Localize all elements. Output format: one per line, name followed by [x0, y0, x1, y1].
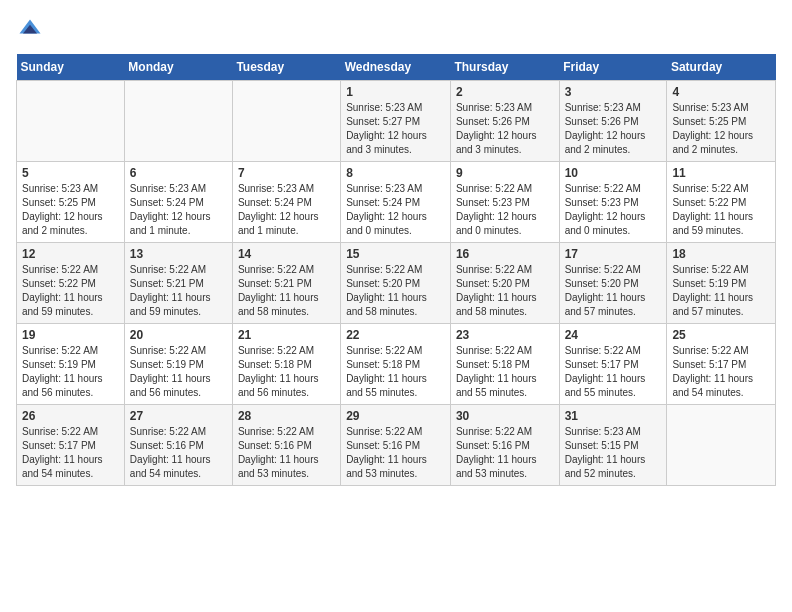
day-info: Sunrise: 5:23 AM Sunset: 5:26 PM Dayligh… — [456, 101, 554, 157]
weekday-header-tuesday: Tuesday — [232, 54, 340, 81]
calendar-cell: 13Sunrise: 5:22 AM Sunset: 5:21 PM Dayli… — [124, 243, 232, 324]
day-info: Sunrise: 5:22 AM Sunset: 5:18 PM Dayligh… — [346, 344, 445, 400]
day-info: Sunrise: 5:23 AM Sunset: 5:26 PM Dayligh… — [565, 101, 662, 157]
day-number: 22 — [346, 328, 445, 342]
day-info: Sunrise: 5:22 AM Sunset: 5:19 PM Dayligh… — [130, 344, 227, 400]
day-info: Sunrise: 5:22 AM Sunset: 5:17 PM Dayligh… — [565, 344, 662, 400]
day-info: Sunrise: 5:22 AM Sunset: 5:18 PM Dayligh… — [456, 344, 554, 400]
calendar-cell: 15Sunrise: 5:22 AM Sunset: 5:20 PM Dayli… — [341, 243, 451, 324]
day-number: 2 — [456, 85, 554, 99]
day-number: 7 — [238, 166, 335, 180]
day-number: 1 — [346, 85, 445, 99]
day-info: Sunrise: 5:22 AM Sunset: 5:23 PM Dayligh… — [456, 182, 554, 238]
calendar-cell — [232, 81, 340, 162]
day-number: 12 — [22, 247, 119, 261]
day-info: Sunrise: 5:23 AM Sunset: 5:25 PM Dayligh… — [672, 101, 770, 157]
day-number: 25 — [672, 328, 770, 342]
day-number: 4 — [672, 85, 770, 99]
day-info: Sunrise: 5:22 AM Sunset: 5:23 PM Dayligh… — [565, 182, 662, 238]
weekday-header-row: SundayMondayTuesdayWednesdayThursdayFrid… — [17, 54, 776, 81]
day-number: 17 — [565, 247, 662, 261]
day-number: 27 — [130, 409, 227, 423]
logo — [16, 16, 48, 44]
weekday-header-thursday: Thursday — [450, 54, 559, 81]
calendar-cell: 16Sunrise: 5:22 AM Sunset: 5:20 PM Dayli… — [450, 243, 559, 324]
calendar-cell: 11Sunrise: 5:22 AM Sunset: 5:22 PM Dayli… — [667, 162, 776, 243]
day-number: 24 — [565, 328, 662, 342]
day-info: Sunrise: 5:22 AM Sunset: 5:21 PM Dayligh… — [238, 263, 335, 319]
calendar-cell: 29Sunrise: 5:22 AM Sunset: 5:16 PM Dayli… — [341, 405, 451, 486]
day-info: Sunrise: 5:22 AM Sunset: 5:20 PM Dayligh… — [456, 263, 554, 319]
calendar-cell: 10Sunrise: 5:22 AM Sunset: 5:23 PM Dayli… — [559, 162, 667, 243]
calendar-cell: 7Sunrise: 5:23 AM Sunset: 5:24 PM Daylig… — [232, 162, 340, 243]
day-info: Sunrise: 5:22 AM Sunset: 5:20 PM Dayligh… — [346, 263, 445, 319]
day-info: Sunrise: 5:22 AM Sunset: 5:19 PM Dayligh… — [22, 344, 119, 400]
day-number: 21 — [238, 328, 335, 342]
weekday-header-sunday: Sunday — [17, 54, 125, 81]
day-info: Sunrise: 5:23 AM Sunset: 5:24 PM Dayligh… — [130, 182, 227, 238]
weekday-header-friday: Friday — [559, 54, 667, 81]
day-number: 26 — [22, 409, 119, 423]
day-number: 13 — [130, 247, 227, 261]
calendar-cell: 1Sunrise: 5:23 AM Sunset: 5:27 PM Daylig… — [341, 81, 451, 162]
day-info: Sunrise: 5:22 AM Sunset: 5:20 PM Dayligh… — [565, 263, 662, 319]
day-number: 15 — [346, 247, 445, 261]
day-info: Sunrise: 5:23 AM Sunset: 5:25 PM Dayligh… — [22, 182, 119, 238]
day-info: Sunrise: 5:22 AM Sunset: 5:19 PM Dayligh… — [672, 263, 770, 319]
calendar-cell: 8Sunrise: 5:23 AM Sunset: 5:24 PM Daylig… — [341, 162, 451, 243]
day-number: 11 — [672, 166, 770, 180]
calendar-week-5: 26Sunrise: 5:22 AM Sunset: 5:17 PM Dayli… — [17, 405, 776, 486]
calendar-cell: 19Sunrise: 5:22 AM Sunset: 5:19 PM Dayli… — [17, 324, 125, 405]
calendar-cell: 9Sunrise: 5:22 AM Sunset: 5:23 PM Daylig… — [450, 162, 559, 243]
calendar-week-1: 1Sunrise: 5:23 AM Sunset: 5:27 PM Daylig… — [17, 81, 776, 162]
day-number: 23 — [456, 328, 554, 342]
weekday-header-saturday: Saturday — [667, 54, 776, 81]
calendar-week-4: 19Sunrise: 5:22 AM Sunset: 5:19 PM Dayli… — [17, 324, 776, 405]
day-number: 18 — [672, 247, 770, 261]
day-number: 8 — [346, 166, 445, 180]
calendar-cell: 21Sunrise: 5:22 AM Sunset: 5:18 PM Dayli… — [232, 324, 340, 405]
calendar-cell: 25Sunrise: 5:22 AM Sunset: 5:17 PM Dayli… — [667, 324, 776, 405]
calendar-cell: 6Sunrise: 5:23 AM Sunset: 5:24 PM Daylig… — [124, 162, 232, 243]
day-info: Sunrise: 5:22 AM Sunset: 5:16 PM Dayligh… — [130, 425, 227, 481]
day-number: 3 — [565, 85, 662, 99]
calendar-cell: 3Sunrise: 5:23 AM Sunset: 5:26 PM Daylig… — [559, 81, 667, 162]
day-info: Sunrise: 5:22 AM Sunset: 5:21 PM Dayligh… — [130, 263, 227, 319]
day-number: 16 — [456, 247, 554, 261]
logo-icon — [16, 16, 44, 44]
day-info: Sunrise: 5:22 AM Sunset: 5:16 PM Dayligh… — [238, 425, 335, 481]
day-number: 9 — [456, 166, 554, 180]
calendar-week-3: 12Sunrise: 5:22 AM Sunset: 5:22 PM Dayli… — [17, 243, 776, 324]
day-number: 14 — [238, 247, 335, 261]
calendar-body: 1Sunrise: 5:23 AM Sunset: 5:27 PM Daylig… — [17, 81, 776, 486]
calendar-cell: 17Sunrise: 5:22 AM Sunset: 5:20 PM Dayli… — [559, 243, 667, 324]
calendar-cell: 2Sunrise: 5:23 AM Sunset: 5:26 PM Daylig… — [450, 81, 559, 162]
page-header — [16, 16, 776, 44]
calendar-cell: 30Sunrise: 5:22 AM Sunset: 5:16 PM Dayli… — [450, 405, 559, 486]
day-info: Sunrise: 5:23 AM Sunset: 5:24 PM Dayligh… — [238, 182, 335, 238]
calendar-cell: 31Sunrise: 5:23 AM Sunset: 5:15 PM Dayli… — [559, 405, 667, 486]
weekday-header-monday: Monday — [124, 54, 232, 81]
calendar-cell: 22Sunrise: 5:22 AM Sunset: 5:18 PM Dayli… — [341, 324, 451, 405]
day-info: Sunrise: 5:23 AM Sunset: 5:27 PM Dayligh… — [346, 101, 445, 157]
calendar-cell: 20Sunrise: 5:22 AM Sunset: 5:19 PM Dayli… — [124, 324, 232, 405]
calendar-cell: 4Sunrise: 5:23 AM Sunset: 5:25 PM Daylig… — [667, 81, 776, 162]
calendar-cell: 24Sunrise: 5:22 AM Sunset: 5:17 PM Dayli… — [559, 324, 667, 405]
day-number: 5 — [22, 166, 119, 180]
calendar-cell: 26Sunrise: 5:22 AM Sunset: 5:17 PM Dayli… — [17, 405, 125, 486]
calendar-week-2: 5Sunrise: 5:23 AM Sunset: 5:25 PM Daylig… — [17, 162, 776, 243]
day-number: 10 — [565, 166, 662, 180]
day-info: Sunrise: 5:22 AM Sunset: 5:16 PM Dayligh… — [456, 425, 554, 481]
day-info: Sunrise: 5:23 AM Sunset: 5:15 PM Dayligh… — [565, 425, 662, 481]
day-info: Sunrise: 5:22 AM Sunset: 5:22 PM Dayligh… — [672, 182, 770, 238]
day-info: Sunrise: 5:22 AM Sunset: 5:16 PM Dayligh… — [346, 425, 445, 481]
calendar-cell: 14Sunrise: 5:22 AM Sunset: 5:21 PM Dayli… — [232, 243, 340, 324]
day-number: 6 — [130, 166, 227, 180]
calendar-table: SundayMondayTuesdayWednesdayThursdayFrid… — [16, 54, 776, 486]
calendar-cell: 28Sunrise: 5:22 AM Sunset: 5:16 PM Dayli… — [232, 405, 340, 486]
calendar-cell — [667, 405, 776, 486]
day-info: Sunrise: 5:22 AM Sunset: 5:18 PM Dayligh… — [238, 344, 335, 400]
day-info: Sunrise: 5:22 AM Sunset: 5:22 PM Dayligh… — [22, 263, 119, 319]
day-number: 30 — [456, 409, 554, 423]
day-info: Sunrise: 5:22 AM Sunset: 5:17 PM Dayligh… — [672, 344, 770, 400]
